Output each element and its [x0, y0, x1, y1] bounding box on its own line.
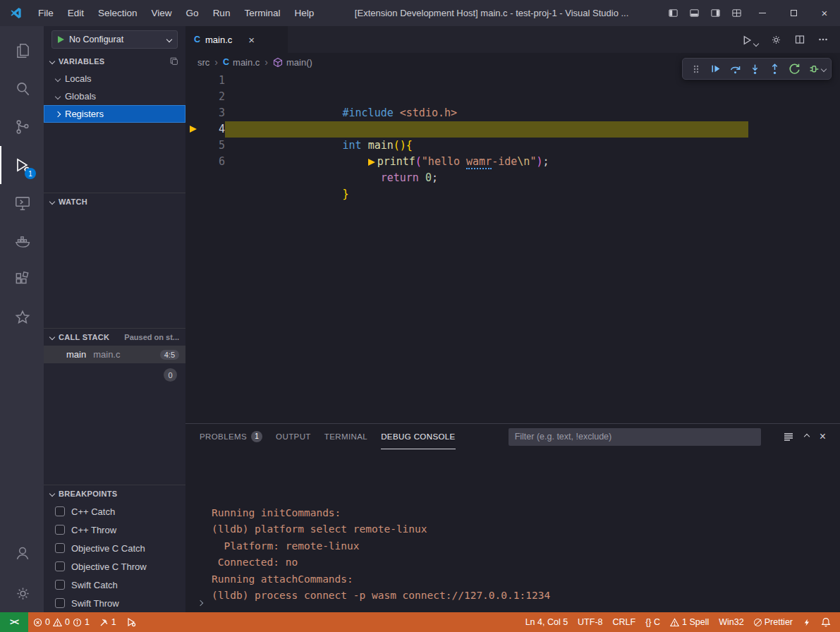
gear-icon[interactable]: [770, 34, 782, 46]
spell-status[interactable]: 1 Spell: [665, 612, 714, 632]
glyph-margin[interactable]: [185, 105, 201, 121]
breakpoint-checkbox[interactable]: [55, 580, 65, 590]
code-editor[interactable]: 1 #include <stdio.h> 2: [185, 71, 840, 423]
call-stack-header[interactable]: CALL STACK Paused on st...: [44, 329, 185, 346]
close-button[interactable]: ×: [809, 0, 840, 26]
glyph-margin[interactable]: [185, 73, 201, 89]
menu-item[interactable]: File: [31, 0, 61, 26]
formatter-status[interactable]: Prettier: [749, 612, 798, 632]
menu-item[interactable]: Help: [287, 0, 321, 26]
breadcrumb-file[interactable]: C main.c: [223, 57, 260, 68]
toolchain-status[interactable]: 1: [95, 612, 121, 632]
maximize-button[interactable]: [778, 0, 809, 26]
step-into-button[interactable]: [745, 60, 765, 78]
language-mode[interactable]: {} C: [640, 612, 665, 632]
minimize-button[interactable]: [747, 0, 778, 26]
remote-indicator[interactable]: ><: [0, 612, 28, 632]
panel-menu-icon[interactable]: [783, 431, 794, 442]
toolbar-drag-handle[interactable]: [686, 60, 705, 78]
problems-status[interactable]: 0 0 1: [28, 612, 95, 632]
breakpoint-checkbox[interactable]: [55, 598, 65, 608]
chevron-icon[interactable]: [55, 111, 61, 116]
manage-button[interactable]: [0, 574, 44, 612]
variables-header[interactable]: VARIABLES: [44, 53, 185, 70]
close-panel-icon[interactable]: ×: [820, 431, 826, 442]
step-out-button[interactable]: [765, 60, 784, 78]
glyph-margin[interactable]: [185, 89, 201, 105]
menu-item[interactable]: View: [145, 0, 179, 26]
variable-scope-row[interactable]: Registers: [44, 105, 185, 123]
encoding-indicator[interactable]: UTF-8: [573, 612, 607, 632]
split-editor-icon[interactable]: [794, 34, 805, 45]
step-over-button[interactable]: [726, 60, 745, 78]
tab-main-c[interactable]: C main.c ×: [185, 26, 288, 53]
run-file-button[interactable]: [741, 34, 758, 46]
breadcrumb-src[interactable]: src: [197, 57, 209, 68]
more-actions-icon[interactable]: [817, 34, 829, 45]
panel-tab[interactable]: DEBUG CONSOLE: [381, 424, 456, 449]
panel-tab[interactable]: TERMINAL: [324, 424, 367, 449]
menu-item[interactable]: Run: [206, 0, 238, 26]
panel-tab[interactable]: OUTPUT: [276, 424, 311, 449]
glyph-margin[interactable]: [185, 154, 201, 170]
variable-scope-row[interactable]: Locals: [44, 70, 185, 87]
glyph-margin[interactable]: [185, 121, 201, 138]
notifications-button[interactable]: [816, 612, 836, 632]
sidebar-item-docker[interactable]: [0, 222, 44, 260]
eol-indicator[interactable]: CRLF: [608, 612, 641, 632]
menu-item[interactable]: Go: [179, 0, 206, 26]
toggle-secondary-sidebar-icon[interactable]: [705, 0, 726, 26]
cursor-position[interactable]: Ln 4, Col 5: [521, 612, 573, 632]
debug-config-dropdown[interactable]: No Configurat: [51, 30, 178, 49]
customize-layout-icon[interactable]: [726, 0, 747, 26]
sidebar-item-explorer[interactable]: [0, 32, 44, 70]
breakpoint-checkbox[interactable]: [55, 525, 65, 535]
debug-status[interactable]: [121, 612, 141, 632]
breadcrumb-symbol[interactable]: main(): [273, 57, 312, 68]
chevron-icon[interactable]: [55, 93, 61, 99]
toggle-panel-icon[interactable]: [683, 0, 705, 26]
breakpoint-row[interactable]: C++ Catch: [44, 502, 185, 521]
breakpoint-checkbox[interactable]: [55, 543, 65, 553]
os-indicator[interactable]: Win32: [714, 612, 748, 632]
breakpoint-row[interactable]: Objective C Throw: [44, 557, 185, 576]
sidebar-item-extensions[interactable]: [0, 260, 44, 298]
breakpoint-checkbox[interactable]: [55, 506, 65, 516]
sidebar-item-source-control[interactable]: [0, 108, 44, 146]
breakpoint-row[interactable]: Objective C Catch: [44, 539, 185, 557]
continue-button[interactable]: [706, 60, 725, 78]
breakpoint-row[interactable]: Swift Throw: [44, 594, 185, 612]
variable-scope-row[interactable]: Globals: [44, 87, 185, 105]
sidebar-item-remote-explorer[interactable]: [0, 184, 44, 222]
code-line[interactable]: 3 int main(){: [185, 105, 840, 121]
breakpoint-row[interactable]: C++ Throw: [44, 521, 185, 539]
sidebar-item-run-debug[interactable]: 1: [0, 146, 44, 184]
maximize-panel-icon[interactable]: [803, 434, 809, 439]
code-line[interactable]: 2: [185, 89, 840, 105]
chevron-icon[interactable]: [55, 75, 61, 81]
extension-status[interactable]: [798, 612, 816, 632]
breakpoints-header[interactable]: BREAKPOINTS: [44, 485, 185, 502]
menu-item[interactable]: Terminal: [237, 0, 287, 26]
toggle-sidebar-icon[interactable]: [662, 0, 683, 26]
watch-header[interactable]: WATCH: [44, 193, 185, 210]
console-filter-input[interactable]: [509, 428, 761, 446]
accounts-button[interactable]: [0, 536, 44, 574]
menu-item[interactable]: Edit: [61, 0, 91, 26]
sidebar-item-favorites[interactable]: [0, 298, 44, 336]
start-debug-icon[interactable]: [58, 36, 64, 43]
code-line[interactable]: 5 return 0;: [185, 138, 840, 154]
close-tab-icon[interactable]: ×: [248, 34, 255, 46]
code-line[interactable]: 4 printf("hello wamr-ide\n");: [185, 121, 840, 138]
stack-frame-row[interactable]: main main.c 4:5: [44, 346, 185, 363]
debug-console-output[interactable]: Running initCommands:(lldb) platform sel…: [185, 449, 840, 594]
copy-icon[interactable]: [169, 56, 179, 66]
breakpoint-row[interactable]: Swift Catch: [44, 576, 185, 594]
menu-item[interactable]: Selection: [91, 0, 145, 26]
debug-console-input[interactable]: [185, 594, 840, 612]
restart-button[interactable]: [785, 60, 804, 78]
sidebar-item-search[interactable]: [0, 70, 44, 108]
breakpoint-checkbox[interactable]: [55, 561, 65, 571]
glyph-margin[interactable]: [185, 138, 201, 154]
panel-tab[interactable]: PROBLEMS 1: [200, 424, 262, 449]
